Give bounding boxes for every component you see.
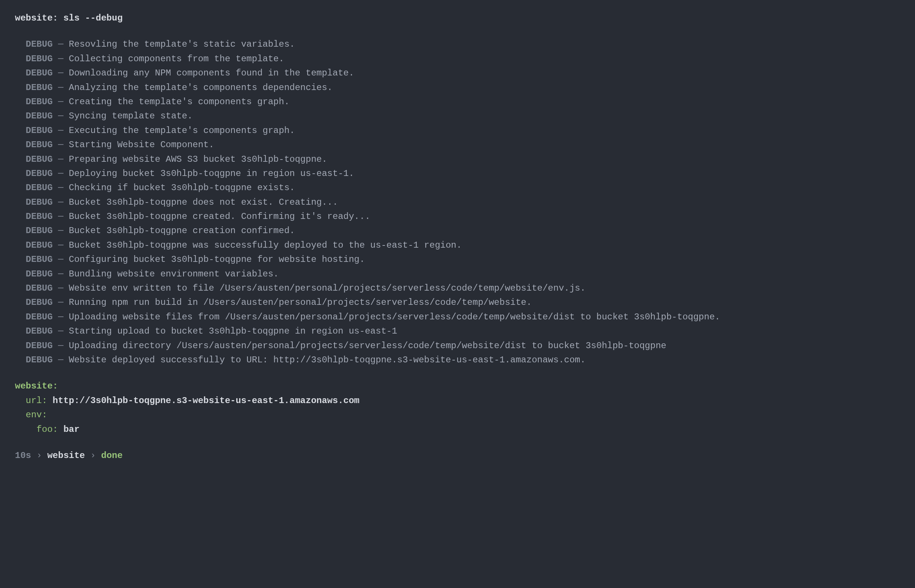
dash-separator: ─ [53, 240, 69, 250]
website-label: website: [15, 381, 58, 391]
dash-separator: ─ [53, 312, 69, 322]
debug-line: DEBUG ─ Resovling the template's static … [15, 37, 900, 52]
debug-tag: DEBUG [15, 68, 53, 78]
dash-separator: ─ [53, 283, 69, 293]
debug-tag: DEBUG [15, 283, 53, 293]
debug-tag: DEBUG [15, 212, 53, 221]
url-value: http://3s0hlpb-toqgpne.s3-website-us-eas… [53, 396, 360, 406]
debug-tag: DEBUG [15, 39, 53, 49]
dash-separator: ─ [53, 326, 69, 336]
dash-separator: ─ [53, 355, 69, 365]
debug-message: Configuring bucket 3s0hlpb-toqgpne for w… [69, 254, 365, 265]
dash-separator: ─ [53, 168, 69, 179]
debug-message: Analyzing the template's components depe… [69, 82, 333, 93]
debug-line: DEBUG ─ Bucket 3s0hlpb-toqgpne does not … [15, 195, 900, 210]
debug-line: DEBUG ─ Executing the template's compone… [15, 124, 900, 138]
debug-message: Syncing template state. [69, 111, 193, 121]
dash-separator: ─ [53, 341, 69, 351]
debug-tag: DEBUG [15, 297, 53, 307]
debug-message: Creating the template's components graph… [69, 97, 290, 107]
debug-line: DEBUG ─ Uploading directory /Users/auste… [15, 339, 900, 353]
debug-message: Bucket 3s0hlpb-toqgpne creation confirme… [69, 226, 295, 236]
output-block: website: url: http://3s0hlpb-toqgpne.s3-… [15, 379, 900, 437]
separator-icon: › [91, 451, 96, 460]
debug-message: Resovling the template's static variable… [69, 39, 295, 49]
debug-tag: DEBUG [15, 240, 53, 250]
output-website-header: website: [15, 379, 900, 393]
debug-message: Bucket 3s0hlpb-toqgpne was successfully … [69, 240, 462, 250]
debug-tag: DEBUG [15, 168, 53, 179]
debug-tag: DEBUG [15, 82, 53, 93]
debug-line: DEBUG ─ Website deployed successfully to… [15, 353, 900, 367]
dash-separator: ─ [53, 54, 69, 64]
debug-tag: DEBUG [15, 126, 53, 136]
debug-line: DEBUG ─ Bucket 3s0hlpb-toqgpne was succe… [15, 238, 900, 252]
dash-separator: ─ [53, 197, 69, 207]
debug-tag: DEBUG [15, 140, 53, 150]
dash-separator: ─ [53, 97, 69, 107]
debug-line: DEBUG ─ Downloading any NPM components f… [15, 66, 900, 80]
dash-separator: ─ [53, 254, 69, 265]
debug-message: Bundling website environment variables. [69, 269, 279, 279]
dash-separator: ─ [53, 297, 69, 307]
output-foo-row: foo: bar [15, 423, 900, 437]
debug-log: DEBUG ─ Resovling the template's static … [15, 37, 900, 367]
debug-message: Running npm run build in /Users/austen/p… [69, 297, 532, 307]
debug-tag: DEBUG [15, 97, 53, 107]
debug-message: Downloading any NPM components found in … [69, 68, 354, 78]
debug-tag: DEBUG [15, 154, 53, 164]
dash-separator: ─ [53, 269, 69, 279]
dash-separator: ─ [53, 39, 69, 49]
env-label: env: [26, 410, 47, 420]
debug-line: DEBUG ─ Configuring bucket 3s0hlpb-toqgp… [15, 252, 900, 267]
debug-line: DEBUG ─ Bundling website environment var… [15, 267, 900, 281]
debug-tag: DEBUG [15, 312, 53, 322]
status-duration: 10s [15, 451, 31, 460]
dash-separator: ─ [53, 140, 69, 150]
debug-tag: DEBUG [15, 111, 53, 121]
debug-line: DEBUG ─ Creating the template's componen… [15, 95, 900, 109]
debug-tag: DEBUG [15, 54, 53, 64]
debug-message: Bucket 3s0hlpb-toqgpne created. Confirmi… [69, 212, 371, 221]
separator-icon: › [37, 451, 42, 460]
debug-message: Starting Website Component. [69, 140, 214, 150]
debug-line: DEBUG ─ Syncing template state. [15, 109, 900, 123]
dash-separator: ─ [53, 82, 69, 93]
debug-line: DEBUG ─ Starting upload to bucket 3s0hlp… [15, 324, 900, 338]
status-component: website [47, 451, 85, 460]
debug-tag: DEBUG [15, 226, 53, 236]
dash-separator: ─ [53, 68, 69, 78]
debug-tag: DEBUG [15, 355, 53, 365]
dash-separator: ─ [53, 212, 69, 221]
status-state: done [101, 451, 123, 460]
status-line: 10s › website › done [15, 449, 900, 463]
debug-line: DEBUG ─ Collecting components from the t… [15, 52, 900, 66]
output-env-row: env: [15, 408, 900, 422]
debug-line: DEBUG ─ Bucket 3s0hlpb-toqgpne creation … [15, 224, 900, 238]
debug-line: DEBUG ─ Analyzing the template's compone… [15, 81, 900, 95]
debug-message: Deploying bucket 3s0hlpb-toqgpne in regi… [69, 168, 354, 179]
debug-message: Website env written to file /Users/auste… [69, 283, 586, 293]
command-line: website: sls --debug [15, 11, 900, 26]
dash-separator: ─ [53, 226, 69, 236]
debug-message: Collecting components from the template. [69, 54, 284, 64]
debug-message: Bucket 3s0hlpb-toqgpne does not exist. C… [69, 197, 338, 207]
debug-tag: DEBUG [15, 197, 53, 207]
debug-line: DEBUG ─ Bucket 3s0hlpb-toqgpne created. … [15, 210, 900, 224]
output-url-row: url: http://3s0hlpb-toqgpne.s3-website-u… [15, 394, 900, 408]
debug-tag: DEBUG [15, 326, 53, 336]
dash-separator: ─ [53, 126, 69, 136]
debug-message: Website deployed successfully to URL: ht… [69, 355, 586, 365]
debug-line: DEBUG ─ Checking if bucket 3s0hlpb-toqgp… [15, 181, 900, 195]
debug-tag: DEBUG [15, 269, 53, 279]
debug-line: DEBUG ─ Website env written to file /Use… [15, 281, 900, 296]
debug-message: Starting upload to bucket 3s0hlpb-toqgpn… [69, 326, 397, 336]
debug-message: Preparing website AWS S3 bucket 3s0hlpb-… [69, 154, 327, 164]
debug-line: DEBUG ─ Running npm run build in /Users/… [15, 296, 900, 310]
debug-tag: DEBUG [15, 254, 53, 265]
debug-line: DEBUG ─ Deploying bucket 3s0hlpb-toqgpne… [15, 166, 900, 181]
debug-message: Executing the template's components grap… [69, 126, 295, 136]
debug-message: Uploading website files from /Users/aust… [69, 312, 720, 322]
debug-line: DEBUG ─ Uploading website files from /Us… [15, 310, 900, 324]
debug-tag: DEBUG [15, 341, 53, 351]
